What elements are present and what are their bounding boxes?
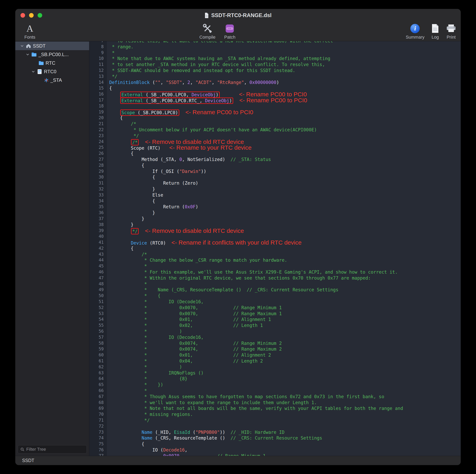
log-document-icon [431, 24, 439, 33]
patch-button[interactable]: Patch [224, 23, 236, 40]
sidebar-item-sb-pc00[interactable]: _SB.PC00.L... [15, 50, 89, 59]
close-button[interactable] [20, 13, 25, 18]
line-number: 47 [89, 275, 107, 281]
code-token: Return ( [109, 204, 185, 209]
line-number: 18 [89, 103, 107, 109]
code-token: IO ( [109, 447, 163, 453]
print-button[interactable]: Print [446, 23, 456, 40]
zoom-button[interactable] [38, 13, 42, 18]
code-line: 50 * { [89, 293, 461, 299]
code-line: 10 * Note that due to AWAC systems havin… [89, 56, 461, 62]
title-bar[interactable]: SSDT-RTC0-RANGE.dsl [15, 9, 461, 22]
code-line: 36 } [89, 210, 461, 216]
tree-item-label: SSDT [33, 43, 46, 49]
code-line: 15{ [89, 85, 461, 91]
code-line: 30 { [89, 174, 461, 180]
filter-input[interactable] [26, 447, 84, 452]
code-token: If (_OSI ( [109, 169, 179, 174]
code-line: 45 * [89, 263, 461, 269]
log-button[interactable]: Log [431, 23, 439, 40]
line-number: 60 [89, 352, 107, 358]
code-line: 77 0x0070, // Range Minimum 1 [89, 453, 461, 456]
line-number: 70 [89, 411, 107, 418]
patch-icon [225, 24, 234, 33]
sidebar-item-ssdt[interactable]: SSDT [15, 42, 89, 50]
code-token: * Though Asus seems to have forgotten to… [109, 394, 384, 399]
code-line: 35 Return (0x0F) [89, 204, 461, 210]
red-annotation: <- Remove to disable old RTC device [145, 227, 244, 234]
code-token: "PNP0B00" [196, 430, 220, 435]
code-line: 55 * 0x02, // Length 1 [89, 322, 461, 329]
tree-item-label: RTC [46, 60, 55, 66]
code-line: 46 * For this example, we'll use the Asu… [89, 269, 461, 275]
line-number: 15 [89, 85, 107, 91]
content-area: SSDT _SB.PC00.L... [15, 41, 461, 456]
line-number: 38 [89, 222, 107, 228]
code-token: * To resolve this, we'll want to create … [109, 41, 333, 43]
code-line: 14DefinitionBlock ("", "SSDT", 2, "ACDT"… [89, 80, 461, 85]
code-token: DefinitionBlock [109, 80, 153, 85]
code-token: * 0x04, // Length 2 [109, 358, 263, 364]
code-token: * [109, 388, 147, 393]
line-number: 31 [89, 180, 107, 186]
code-line: 8 * range. [89, 44, 461, 50]
code-token [109, 430, 142, 435]
code-token: (_HID, [155, 430, 174, 435]
line-number: 58 [89, 340, 107, 346]
line-number: 75 [89, 441, 107, 447]
line-number: 14 [89, 80, 107, 85]
fonts-label: Fonts [24, 35, 35, 40]
line-number: 53 [89, 311, 107, 317]
code-line: 37 } [89, 216, 461, 222]
code-token: */ [132, 229, 137, 234]
code-line: 38 } [89, 222, 461, 228]
minimize-button[interactable] [29, 13, 34, 18]
code-token [109, 435, 142, 440]
code-line: 54 * 0x01, // Alignment 1 [89, 317, 461, 322]
method-icon [44, 78, 49, 83]
line-number: 50 [89, 293, 107, 299]
code-token: * 0x0070, // Range Maximum 1 [109, 311, 282, 316]
line-number: 21 [89, 121, 107, 127]
code-token [109, 453, 163, 456]
code-line: 22 * Uncomment below if your ACPI doesn'… [89, 127, 461, 133]
red-annotation: <- Remove to disable old RTC device [145, 138, 244, 145]
sidebar-item-sta[interactable]: _STA [15, 76, 89, 84]
code-token: External [121, 92, 146, 97]
patch-label: Patch [224, 35, 236, 40]
line-number: 37 [89, 216, 107, 222]
line-number: 64 [89, 376, 107, 382]
code-token: )) [201, 169, 206, 174]
code-line: 72 [89, 423, 461, 429]
code-token: * Name (_CRS, ResourceTemplate () // _CR… [109, 287, 338, 292]
sidebar-item-rtc0[interactable]: RTC0 [15, 67, 89, 76]
code-line: 69 * Note that not all boards will be th… [89, 406, 461, 411]
folder-icon [38, 60, 44, 66]
summary-button[interactable]: i Summary [406, 23, 425, 40]
code-token: Name [142, 430, 155, 435]
status-bar: SSDT [15, 456, 461, 465]
filter-field[interactable] [18, 445, 87, 454]
code-line: 43 /* [89, 252, 461, 257]
compile-button[interactable]: Compile [199, 23, 216, 40]
code-token: , [179, 453, 217, 456]
sidebar-item-rtc[interactable]: RTC [15, 59, 89, 67]
log-label: Log [432, 35, 439, 40]
code-line: 51 * IO (Decode16, [89, 299, 461, 305]
code-token: ) [276, 80, 279, 85]
traffic-lights [20, 13, 42, 18]
line-number: 54 [89, 317, 107, 322]
line-number: 11 [89, 62, 107, 68]
code-token: } [109, 222, 134, 227]
code-line: 13 */ [89, 74, 461, 80]
code-token: * to set another _STA method in your RTC… [109, 62, 325, 67]
code-line: 27 Method (_STA, 0, NotSerialized) // _S… [89, 157, 461, 163]
fonts-button[interactable]: A Fonts [21, 23, 39, 40]
code-line: 7 * To resolve this, we'll want to creat… [89, 41, 461, 44]
code-token: (_CRS, ResourceTemplate () [155, 435, 230, 440]
code-token: ) [216, 92, 219, 97]
line-number: 59 [89, 346, 107, 352]
print-label: Print [446, 35, 456, 40]
code-editor[interactable]: 7 * To resolve this, we'll want to creat… [89, 41, 461, 456]
code-line: 26 { [89, 151, 461, 157]
